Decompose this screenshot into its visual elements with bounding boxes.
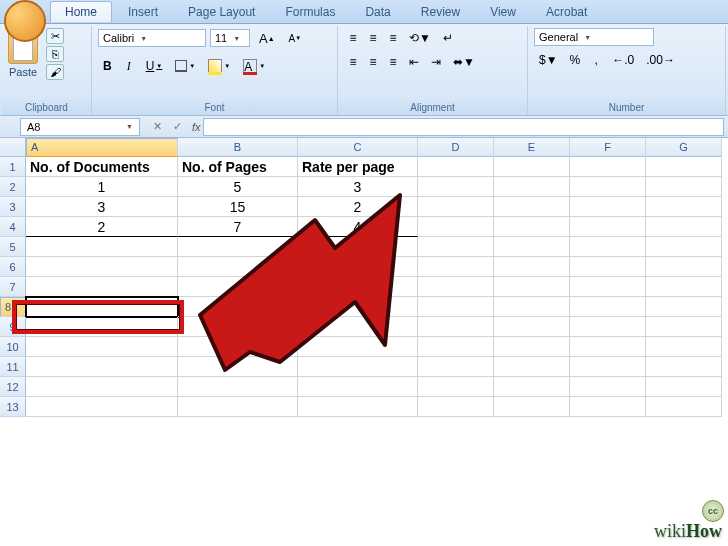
cell-E6[interactable] bbox=[494, 257, 570, 277]
cell-E13[interactable] bbox=[494, 397, 570, 417]
font-name-select[interactable]: Calibri▼ bbox=[98, 29, 206, 47]
cell-B5[interactable] bbox=[178, 237, 298, 257]
cell-A11[interactable] bbox=[26, 357, 178, 377]
bold-button[interactable]: B bbox=[98, 56, 117, 76]
cell-B9[interactable] bbox=[178, 317, 298, 337]
cell-B7[interactable] bbox=[178, 277, 298, 297]
fx-icon[interactable]: fx bbox=[192, 121, 201, 133]
cell-F13[interactable] bbox=[570, 397, 646, 417]
cell-G13[interactable] bbox=[646, 397, 722, 417]
cell-C13[interactable] bbox=[298, 397, 418, 417]
wrap-text-icon[interactable]: ↵ bbox=[438, 28, 458, 48]
cell-D5[interactable] bbox=[418, 237, 494, 257]
cell-B1[interactable]: No. of Pages bbox=[178, 157, 298, 177]
cell-B6[interactable] bbox=[178, 257, 298, 277]
font-size-select[interactable]: 11▼ bbox=[210, 29, 250, 47]
cell-A8[interactable] bbox=[26, 297, 178, 317]
row-header[interactable]: 5 bbox=[0, 237, 26, 257]
spreadsheet-grid[interactable]: ABCDEFG1No. of DocumentsNo. of PagesRate… bbox=[0, 138, 728, 417]
column-header[interactable]: C bbox=[298, 138, 418, 157]
cell-C6[interactable] bbox=[298, 257, 418, 277]
cell-E1[interactable] bbox=[494, 157, 570, 177]
cell-A12[interactable] bbox=[26, 377, 178, 397]
cell-D9[interactable] bbox=[418, 317, 494, 337]
align-middle-icon[interactable]: ≡ bbox=[364, 28, 382, 48]
cell-E5[interactable] bbox=[494, 237, 570, 257]
row-header[interactable]: 12 bbox=[0, 377, 26, 397]
cell-E2[interactable] bbox=[494, 177, 570, 197]
column-header[interactable]: D bbox=[418, 138, 494, 157]
cell-G3[interactable] bbox=[646, 197, 722, 217]
row-header[interactable]: 9 bbox=[0, 317, 26, 337]
tab-data[interactable]: Data bbox=[351, 2, 404, 22]
cell-F6[interactable] bbox=[570, 257, 646, 277]
cell-B2[interactable]: 5 bbox=[178, 177, 298, 197]
cell-C3[interactable]: 2 bbox=[298, 197, 418, 217]
row-header[interactable]: 7 bbox=[0, 277, 26, 297]
cell-F8[interactable] bbox=[570, 297, 646, 317]
tab-insert[interactable]: Insert bbox=[114, 2, 172, 22]
shrink-font-icon[interactable]: A▼ bbox=[284, 28, 307, 48]
cut-icon[interactable]: ✂ bbox=[46, 28, 64, 44]
cell-B8[interactable] bbox=[178, 297, 298, 317]
cell-C12[interactable] bbox=[298, 377, 418, 397]
cell-C7[interactable] bbox=[298, 277, 418, 297]
cell-A7[interactable] bbox=[26, 277, 178, 297]
cell-F10[interactable] bbox=[570, 337, 646, 357]
cell-E12[interactable] bbox=[494, 377, 570, 397]
name-box[interactable]: A8▼ bbox=[20, 118, 140, 136]
cell-D11[interactable] bbox=[418, 357, 494, 377]
currency-button[interactable]: $▼ bbox=[534, 50, 563, 70]
cancel-formula-icon[interactable]: ✕ bbox=[148, 119, 166, 135]
row-header[interactable]: 1 bbox=[0, 157, 26, 177]
cell-E4[interactable] bbox=[494, 217, 570, 237]
cell-E8[interactable] bbox=[494, 297, 570, 317]
fill-color-button[interactable]: ▼ bbox=[203, 56, 235, 76]
tab-acrobat[interactable]: Acrobat bbox=[532, 2, 601, 22]
column-header[interactable]: B bbox=[178, 138, 298, 157]
decrease-indent-icon[interactable]: ⇤ bbox=[404, 52, 424, 72]
italic-button[interactable]: I bbox=[120, 56, 138, 76]
align-top-icon[interactable]: ≡ bbox=[344, 28, 362, 48]
orientation-icon[interactable]: ⟲▼ bbox=[404, 28, 436, 48]
cell-A4[interactable]: 2 bbox=[26, 217, 178, 237]
cell-A10[interactable] bbox=[26, 337, 178, 357]
tab-page-layout[interactable]: Page Layout bbox=[174, 2, 269, 22]
align-right-icon[interactable]: ≡ bbox=[384, 52, 402, 72]
cell-B13[interactable] bbox=[178, 397, 298, 417]
enter-formula-icon[interactable]: ✓ bbox=[168, 119, 186, 135]
align-bottom-icon[interactable]: ≡ bbox=[384, 28, 402, 48]
cell-F11[interactable] bbox=[570, 357, 646, 377]
align-left-icon[interactable]: ≡ bbox=[344, 52, 362, 72]
cell-A2[interactable]: 1 bbox=[26, 177, 178, 197]
cell-F4[interactable] bbox=[570, 217, 646, 237]
cell-F5[interactable] bbox=[570, 237, 646, 257]
cell-G8[interactable] bbox=[646, 297, 722, 317]
cell-C8[interactable] bbox=[298, 297, 418, 317]
cell-B11[interactable] bbox=[178, 357, 298, 377]
cell-D6[interactable] bbox=[418, 257, 494, 277]
office-button[interactable] bbox=[4, 0, 46, 42]
cell-C1[interactable]: Rate per page bbox=[298, 157, 418, 177]
cell-G7[interactable] bbox=[646, 277, 722, 297]
cell-B4[interactable]: 7 bbox=[178, 217, 298, 237]
cell-G1[interactable] bbox=[646, 157, 722, 177]
cell-G2[interactable] bbox=[646, 177, 722, 197]
cell-A9[interactable] bbox=[26, 317, 178, 337]
cell-F1[interactable] bbox=[570, 157, 646, 177]
underline-button[interactable]: U▼ bbox=[141, 56, 168, 76]
cell-E11[interactable] bbox=[494, 357, 570, 377]
cell-G10[interactable] bbox=[646, 337, 722, 357]
select-all-corner[interactable] bbox=[0, 138, 26, 157]
row-header[interactable]: 4 bbox=[0, 217, 26, 237]
cell-E3[interactable] bbox=[494, 197, 570, 217]
row-header[interactable]: 3 bbox=[0, 197, 26, 217]
cell-A3[interactable]: 3 bbox=[26, 197, 178, 217]
cell-D1[interactable] bbox=[418, 157, 494, 177]
cell-C5[interactable] bbox=[298, 237, 418, 257]
cell-C2[interactable]: 3 bbox=[298, 177, 418, 197]
cell-C4[interactable]: 4 bbox=[298, 217, 418, 237]
cell-A1[interactable]: No. of Documents bbox=[26, 157, 178, 177]
cell-B3[interactable]: 15 bbox=[178, 197, 298, 217]
number-format-select[interactable]: General▼ bbox=[534, 28, 654, 46]
